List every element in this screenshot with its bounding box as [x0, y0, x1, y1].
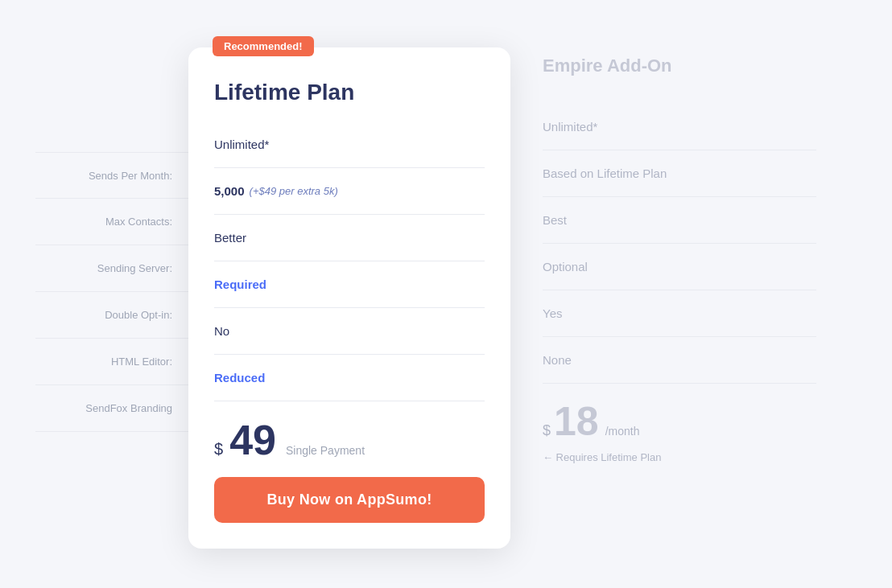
label-double-optin: Double Opt-in:	[35, 292, 188, 339]
addon-row-html-editor: Yes	[543, 290, 816, 337]
addon-title: Empire Add-On	[543, 56, 816, 84]
addon-column: Empire Add-On Unlimited* Based on Lifeti…	[510, 39, 816, 463]
price-dollar: $	[214, 440, 223, 458]
addon-row-contacts: Based on Lifetime Plan	[543, 150, 816, 197]
plan-row-optin: Required	[214, 261, 485, 308]
lifetime-plan-card: Recommended! Lifetime Plan Unlimited* 5,…	[188, 47, 510, 549]
addon-requires-note: ← Requires Lifetime Plan	[543, 451, 816, 463]
recommended-badge: Recommended!	[213, 36, 314, 56]
addon-row-server: Best	[543, 197, 816, 244]
label-sending-server: Sending Server:	[35, 245, 188, 292]
label-html-editor: HTML Editor:	[35, 339, 188, 385]
plan-row-html-editor: No	[214, 308, 485, 355]
plan-row-server: Better	[214, 215, 485, 261]
addon-row-branding: None	[543, 337, 816, 384]
addon-row-sends: Unlimited*	[543, 104, 816, 150]
buy-now-button[interactable]: Buy Now on AppSumo!	[214, 477, 485, 523]
labels-column: Sends Per Month: Max Contacts: Sending S…	[35, 39, 188, 432]
price-label: Single Payment	[286, 444, 365, 457]
label-sends-per-month: Sends Per Month:	[35, 152, 188, 199]
plan-title: Lifetime Plan	[214, 80, 485, 105]
addon-price-dollar: $	[543, 422, 551, 439]
label-max-contacts: Max Contacts:	[35, 199, 188, 245]
label-sendfox-branding: SendFox Branding	[35, 385, 188, 432]
price-amount: 49	[229, 419, 276, 461]
addon-price-period: /month	[605, 425, 640, 438]
addon-pricing-section: $ 18 /month	[543, 401, 816, 442]
pricing-section: $ 49 Single Payment	[214, 419, 485, 461]
page-container: Sends Per Month: Max Contacts: Sending S…	[19, 7, 873, 581]
addon-row-optin: Optional	[543, 244, 816, 290]
plan-row-sends: Unlimited*	[214, 121, 485, 168]
plan-row-branding: Reduced	[214, 355, 485, 401]
plan-row-contacts: 5,000 (+$49 per extra 5k)	[214, 168, 485, 215]
addon-price-amount: 18	[554, 401, 599, 442]
